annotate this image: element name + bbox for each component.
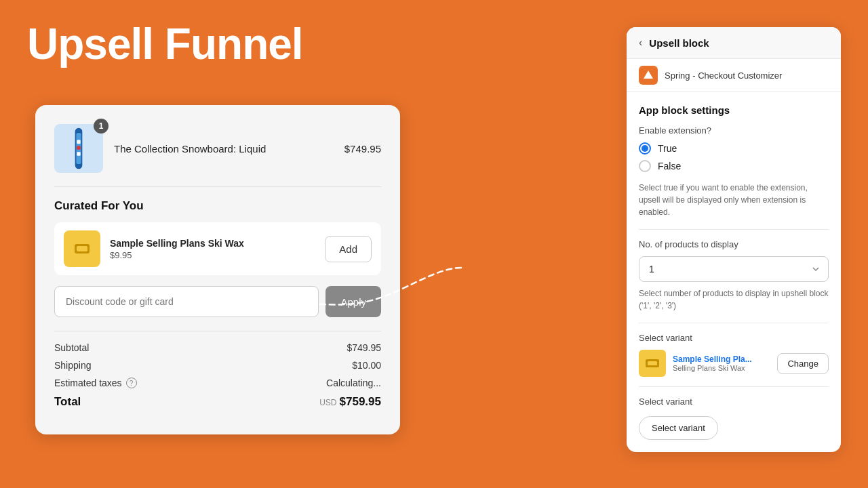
app-name: Spring - Checkout Customizer	[665, 70, 782, 81]
upsell-item: Sample Selling Plans Ski Wax $9.95 Add	[54, 222, 381, 275]
variant-row: Sample Selling Pla... Selling Plans Ski …	[639, 350, 829, 377]
subtotal-row: Subtotal $749.95	[54, 342, 381, 353]
product-name: The Collection Snowboard: Liquid	[114, 143, 334, 155]
product-price: $749.95	[344, 143, 381, 155]
subtotal-value: $749.95	[347, 342, 381, 353]
radio-false-circle	[639, 160, 651, 172]
grand-total-row: Total USD$759.95	[54, 395, 381, 409]
discount-input[interactable]	[54, 286, 319, 317]
taxes-label: Estimated taxes	[54, 378, 122, 388]
curated-title: Curated For You	[54, 199, 381, 213]
total-label: Total	[54, 395, 81, 409]
panel-header: ‹ Upsell block	[627, 27, 841, 59]
info-icon: ?	[126, 378, 137, 388]
total-value-wrap: USD$759.95	[319, 395, 381, 409]
taxes-label-wrap: Estimated taxes ?	[54, 378, 137, 388]
select-variant-button[interactable]: Select variant	[639, 416, 718, 440]
radio-false-label: False	[658, 161, 681, 171]
wax-image	[64, 230, 100, 267]
radio-group: True False	[639, 142, 829, 172]
apply-button[interactable]: Apply	[326, 286, 381, 317]
shipping-row: Shipping $10.00	[54, 360, 381, 371]
variant-label: Select variant	[639, 333, 829, 343]
variant-info: Sample Selling Pla... Selling Plans Ski …	[673, 354, 770, 372]
checkout-card: 1 The Collection Snowboard: Liquid $749.…	[35, 105, 400, 434]
panel-subheader: Spring - Checkout Customizer	[627, 59, 841, 92]
shipping-value: $10.00	[352, 360, 381, 371]
taxes-row: Estimated taxes ? Calculating...	[54, 378, 381, 388]
products-select[interactable]: 1 2 3	[639, 256, 829, 282]
product-row: 1 The Collection Snowboard: Liquid $749.…	[54, 124, 381, 187]
total-currency: USD	[319, 398, 336, 407]
curated-section: Curated For You Sample Selling Plans Ski…	[54, 187, 381, 409]
upsell-name: Sample Selling Plans Ski Wax	[110, 238, 315, 249]
back-icon[interactable]: ‹	[639, 37, 642, 49]
product-image-wrap: 1	[54, 124, 103, 173]
svg-rect-3	[77, 146, 80, 149]
radio-true-option[interactable]: True	[639, 142, 829, 155]
svg-marker-8	[644, 70, 653, 79]
svg-rect-2	[77, 140, 80, 144]
panel-body: App block settings Enable extension? Tru…	[627, 92, 841, 452]
totals: Subtotal $749.95 Shipping $10.00 Estimat…	[54, 331, 381, 409]
svg-rect-10	[648, 361, 657, 365]
upsell-info: Sample Selling Plans Ski Wax $9.95	[110, 238, 315, 260]
products-label: No. of products to display	[639, 239, 829, 249]
variant-sub: Selling Plans Ski Wax	[673, 364, 770, 372]
settings-panel: ‹ Upsell block Spring - Checkout Customi…	[627, 27, 841, 452]
variant-thumb	[639, 350, 666, 377]
total-value: $759.95	[340, 395, 381, 408]
app-icon	[639, 66, 658, 85]
change-button[interactable]: Change	[777, 353, 829, 374]
second-variant-label: Select variant	[639, 396, 829, 407]
products-help-text: Select number of products to display in …	[639, 287, 829, 312]
section-title: App block settings	[639, 104, 829, 116]
product-badge: 1	[94, 119, 108, 134]
svg-rect-6	[77, 246, 87, 251]
enable-label: Enable extension?	[639, 125, 829, 136]
shipping-label: Shipping	[54, 360, 92, 371]
radio-true-label: True	[658, 143, 677, 154]
svg-rect-4	[77, 152, 80, 155]
discount-row: Apply	[54, 286, 381, 317]
variant-name: Sample Selling Pla...	[673, 354, 770, 364]
panel-header-title: Upsell block	[649, 37, 709, 49]
divider-1	[639, 229, 829, 230]
enable-help-text: Select true if you want to enable the ex…	[639, 182, 829, 218]
divider-2	[639, 323, 829, 323]
taxes-value: Calculating...	[326, 378, 381, 388]
subtotal-label: Subtotal	[54, 342, 89, 353]
radio-false-option[interactable]: False	[639, 160, 829, 172]
upsell-price: $9.95	[110, 250, 315, 260]
page-title: Upsell Funnel	[27, 19, 303, 69]
radio-true-circle	[639, 142, 651, 155]
add-button[interactable]: Add	[325, 236, 372, 262]
divider-3	[639, 386, 829, 387]
